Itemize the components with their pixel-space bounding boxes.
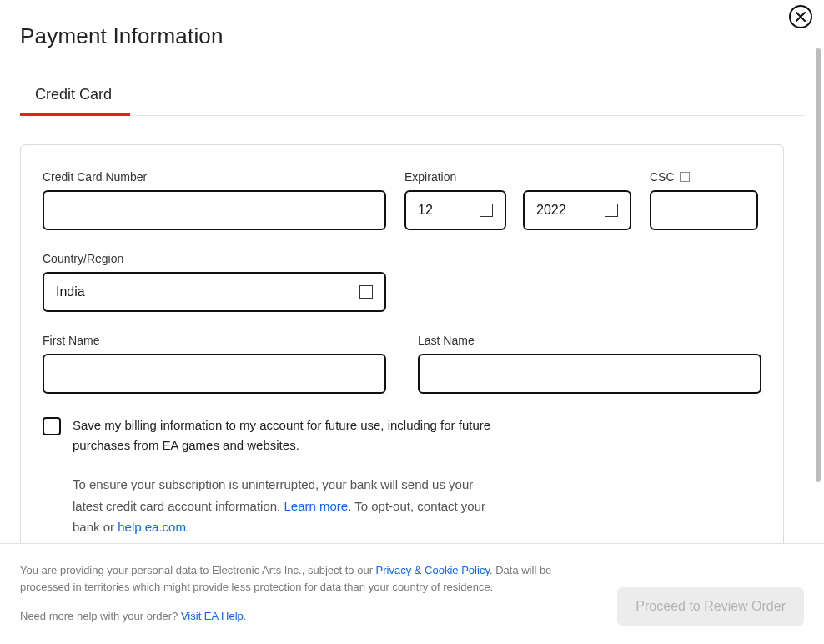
subscription-info-text: To ensure your subscription is uninterru…	[73, 474, 506, 538]
first-name-input[interactable]	[43, 354, 386, 394]
expiration-year-select[interactable]: 2022	[523, 190, 631, 230]
scrollbar[interactable]	[816, 48, 821, 482]
help-ea-link[interactable]: help.ea.com	[118, 520, 186, 534]
country-value: India	[56, 284, 85, 299]
last-name-label: Last Name	[418, 334, 761, 347]
proceed-button[interactable]: Proceed to Review Order	[617, 587, 804, 626]
expiration-month-select[interactable]: 12	[404, 190, 506, 230]
close-button[interactable]	[789, 5, 812, 28]
csc-input[interactable]	[650, 190, 758, 230]
page-title: Payment Information	[20, 23, 804, 49]
chevron-down-icon	[480, 204, 493, 217]
payment-form-card: Credit Card Number Expiration 12 2022	[20, 144, 784, 562]
close-icon	[796, 12, 806, 22]
chevron-down-icon	[605, 204, 618, 217]
help-icon	[680, 172, 690, 182]
learn-more-link[interactable]: Learn more	[284, 499, 348, 513]
chevron-down-icon	[359, 285, 373, 299]
tab-credit-card[interactable]: Credit Card	[20, 78, 127, 115]
footer-bar: You are providing your personal data to …	[0, 543, 824, 644]
card-number-input[interactable]	[43, 190, 386, 230]
footer-legal-text: You are providing your personal data to …	[20, 562, 554, 626]
save-billing-text: Save my billing information to my accoun…	[73, 415, 506, 455]
expiration-month-value: 12	[418, 203, 433, 218]
country-select[interactable]: India	[43, 272, 386, 312]
save-billing-checkbox[interactable]	[43, 417, 61, 435]
last-name-input[interactable]	[418, 354, 761, 394]
csc-label: CSC	[650, 170, 758, 184]
visit-ea-help-link[interactable]: Visit EA Help	[181, 610, 244, 622]
first-name-label: First Name	[43, 334, 386, 347]
expiration-year-value: 2022	[536, 203, 566, 218]
payment-method-tabs: Credit Card	[20, 78, 804, 116]
card-number-label: Credit Card Number	[43, 170, 386, 184]
privacy-policy-link[interactable]: Privacy & Cookie Policy	[376, 564, 490, 576]
expiration-label: Expiration	[404, 170, 631, 184]
country-label: Country/Region	[43, 252, 386, 265]
